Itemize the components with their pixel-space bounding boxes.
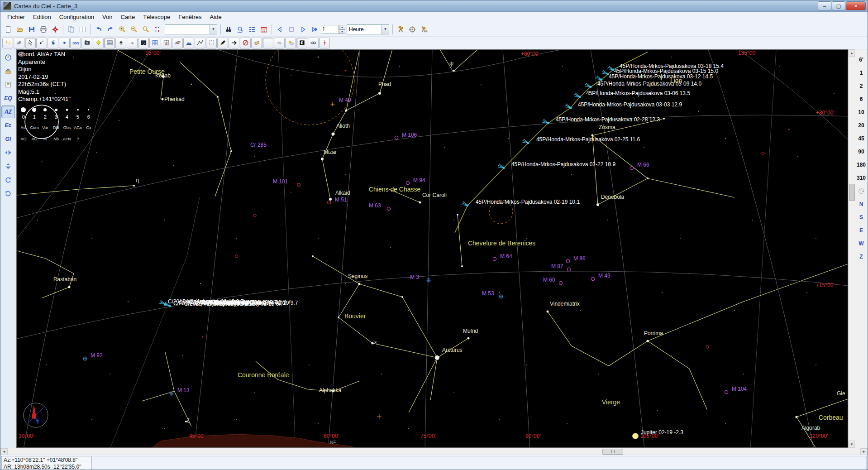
- nebula-ellipse-button[interactable]: [14, 38, 24, 48]
- menu-configuration[interactable]: Configuration: [55, 13, 98, 21]
- camera-frame-button[interactable]: [81, 38, 92, 48]
- night-mode-button[interactable]: [296, 38, 307, 48]
- coordinate-mode-gl-button[interactable]: Gl: [1, 133, 15, 145]
- mark-position-button[interactable]: [49, 24, 61, 35]
- menu-fichier[interactable]: Fichier: [3, 13, 29, 21]
- direction-button[interactable]: S: [855, 211, 868, 224]
- altaz-grid-button[interactable]: 10: [161, 38, 172, 48]
- telescope-goto-button[interactable]: [406, 24, 418, 35]
- center-mark-button[interactable]: [319, 38, 330, 48]
- time-step-unit-combo[interactable]: Heure▼: [347, 24, 389, 34]
- scroll-right-arrow[interactable]: ►: [860, 448, 868, 455]
- spin-up-icon[interactable]: ▲: [339, 25, 345, 29]
- milky-way-button[interactable]: [138, 38, 149, 48]
- direction-button[interactable]: E: [855, 224, 868, 237]
- eq-grid-button[interactable]: [149, 38, 160, 48]
- spin-down-icon[interactable]: ▼: [339, 29, 345, 34]
- select-cursor-button[interactable]: [25, 38, 36, 48]
- pointer-black-button[interactable]: [229, 38, 239, 48]
- field-select-combo[interactable]: ▼: [165, 24, 217, 34]
- identify-button[interactable]: [234, 24, 246, 35]
- scroll-down-arrow[interactable]: ▼: [849, 441, 855, 448]
- fov-button[interactable]: 180: [855, 158, 868, 171]
- open-chart-button[interactable]: [14, 24, 26, 35]
- observatory-button[interactable]: [1, 65, 15, 77]
- menu-fenêtres[interactable]: Fenêtres: [174, 13, 205, 21]
- step-back-button[interactable]: [274, 24, 286, 35]
- title-bar[interactable]: Cartes du Ciel - Carte_3 – ▢ ×: [0, 0, 868, 12]
- minimize-button[interactable]: –: [818, 1, 831, 10]
- horizontal-scroll-thumb[interactable]: [602, 449, 623, 455]
- horizon-display-button[interactable]: [183, 38, 194, 48]
- menu-télescope[interactable]: Télescope: [139, 13, 174, 21]
- maximize-button[interactable]: ▢: [832, 1, 845, 10]
- label-up-button[interactable]: [115, 38, 126, 48]
- direction-button[interactable]: W: [855, 237, 868, 250]
- weather-button[interactable]: [285, 38, 296, 48]
- zoom-in-button[interactable]: [116, 24, 128, 35]
- calendar-button[interactable]: 21: [258, 24, 270, 35]
- direction-button[interactable]: N: [855, 197, 868, 211]
- chart-orientation-button[interactable]: [1, 51, 15, 64]
- object-list-button[interactable]: [246, 24, 258, 35]
- chart-notes-button[interactable]: [1, 78, 15, 91]
- fov-button[interactable]: 6: [855, 92, 868, 106]
- fov-button[interactable]: 6': [855, 53, 868, 66]
- fov-button[interactable]: 90: [855, 145, 868, 158]
- horizontal-scrollbar[interactable]: ◄ ►: [0, 448, 868, 455]
- coordinate-mode-eq-button[interactable]: EQ: [1, 92, 15, 105]
- star-filter-button[interactable]: [59, 38, 70, 48]
- flip-horizontal-button[interactable]: [1, 146, 15, 159]
- fov-button[interactable]: 2: [855, 79, 868, 92]
- time-step-value-input[interactable]: 1: [321, 25, 339, 34]
- constellation-lines-button[interactable]: [195, 38, 205, 48]
- link-charts-button[interactable]: [308, 38, 319, 48]
- eraser-button[interactable]: [251, 38, 262, 48]
- scroll-up-arrow[interactable]: ▲: [849, 49, 855, 57]
- night-vision-bulb-button[interactable]: [93, 38, 104, 48]
- coordinate-mode-ec-button[interactable]: Ec: [1, 119, 15, 132]
- dss-image-button[interactable]: DSS: [70, 38, 81, 48]
- vertical-scrollbar[interactable]: ▲ ▼: [848, 49, 855, 448]
- rotate-cw-button[interactable]: [1, 173, 15, 186]
- field-stars-button[interactable]: [152, 24, 163, 35]
- menu-voir[interactable]: Voir: [98, 13, 116, 21]
- planet-display-button[interactable]: [172, 38, 183, 48]
- zoom-default-button[interactable]: [140, 24, 152, 35]
- chevron-down-icon[interactable]: ▼: [210, 25, 217, 34]
- telescope-config-button[interactable]: [418, 24, 430, 35]
- sky-chart[interactable]: 15°00'+60°00'135°00'+30°00'+15°00'30°00'…: [16, 49, 848, 448]
- object-pen-button[interactable]: [217, 38, 228, 48]
- menu-edition[interactable]: Edition: [29, 13, 55, 21]
- scroll-left-arrow[interactable]: ◄: [0, 448, 8, 455]
- print-button[interactable]: [38, 24, 49, 35]
- direction-button[interactable]: Z: [855, 250, 868, 263]
- time-step-spinner[interactable]: ▲▼: [339, 25, 345, 34]
- percent-label-button[interactable]: %: [274, 38, 285, 48]
- undo-button[interactable]: [93, 24, 105, 35]
- background-image-button[interactable]: [104, 38, 115, 48]
- field-circle-button[interactable]: [855, 184, 868, 197]
- fov-button[interactable]: 20: [855, 119, 868, 132]
- coordinate-mode-az-button[interactable]: AZ: [1, 106, 15, 118]
- galaxy-display-button[interactable]: [48, 38, 58, 48]
- search-binoculars-button[interactable]: [223, 24, 234, 35]
- multi-window-button[interactable]: [77, 24, 89, 35]
- redo-button[interactable]: [105, 24, 116, 35]
- menu-carte[interactable]: Carte: [117, 13, 139, 21]
- chevron-down-icon[interactable]: ▼: [382, 25, 389, 34]
- telescope-button[interactable]: [395, 24, 406, 35]
- stop-animation-button[interactable]: [286, 24, 297, 35]
- fov-button[interactable]: 45: [855, 132, 868, 145]
- fov-button[interactable]: 1: [855, 66, 868, 79]
- zoom-out-button[interactable]: [128, 24, 140, 35]
- rotate-ccw-button[interactable]: [1, 187, 15, 200]
- blank-toggle-button[interactable]: [262, 38, 273, 48]
- menu-aide[interactable]: Aide: [206, 13, 226, 21]
- close-button[interactable]: ×: [846, 1, 866, 10]
- constellation-bounds-button[interactable]: [206, 38, 217, 48]
- step-forward-button[interactable]: [297, 24, 309, 35]
- fov-button[interactable]: 10: [855, 106, 868, 119]
- magnitude-stars-button[interactable]: [2, 38, 13, 48]
- flip-vertical-button[interactable]: [1, 160, 15, 173]
